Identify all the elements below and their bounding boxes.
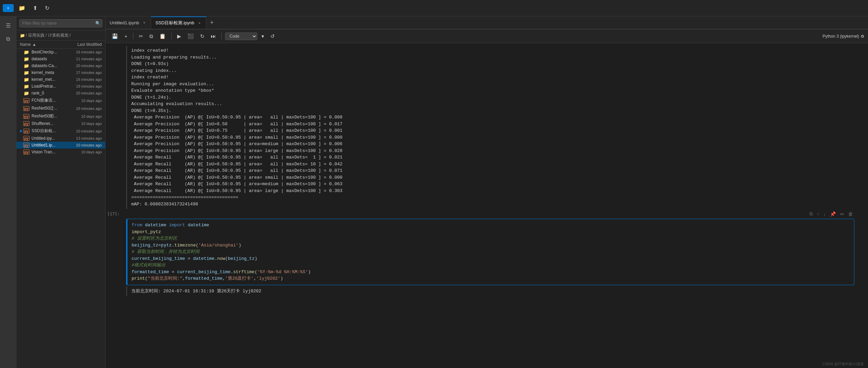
file-name: Shufflenet... <box>32 121 64 126</box>
save-button[interactable]: 💾 <box>110 32 120 40</box>
file-date: 10 minutes ago <box>64 129 102 133</box>
add-cell-button[interactable]: + <box>122 32 130 40</box>
cut-button[interactable]: ✂ <box>137 32 145 40</box>
list-item[interactable]: pyFCN图像语...10 days ago <box>16 97 105 104</box>
restart-run-button[interactable]: ⏭ <box>209 32 218 40</box>
cell-move-up-button[interactable]: ↑ <box>816 210 821 217</box>
list-item[interactable]: pyResNet50图...10 days ago <box>16 112 105 120</box>
file-date: 16 minutes ago <box>64 77 102 81</box>
kernel-status-dot <box>861 35 864 38</box>
restart-button[interactable]: ↻ <box>198 32 207 40</box>
folder-icon: 📁 <box>23 56 29 61</box>
notebook-icon: py <box>23 136 29 141</box>
list-item[interactable]: pyShufflenet...10 days ago <box>16 120 105 127</box>
list-item[interactable]: 📁BestCheckp...16 minutes ago <box>16 49 105 55</box>
cell-area[interactable]: index created!Loading and preparing resu… <box>106 43 868 368</box>
tab-label: Untitled1.ipynb <box>110 20 139 25</box>
kernel-name: Python 3 (ipykernel) <box>822 34 859 39</box>
sort-icon: ▲ <box>32 42 36 47</box>
list-item[interactable]: pyUntitled1.ip...10 minutes ago <box>16 142 105 149</box>
cell-17-code[interactable]: from datetime import datetime import_pyt… <box>132 222 850 282</box>
cell-move-down-button[interactable]: ↓ <box>822 210 827 217</box>
file-date: 10 days ago <box>64 99 102 103</box>
files-icon[interactable]: ☰ <box>2 19 14 31</box>
output-area: index created!Loading and preparing resu… <box>126 46 854 209</box>
output-line: index created! <box>131 74 850 81</box>
output-line: Average Precision (AP) @[ IoU=0.50:0.95 … <box>131 114 850 121</box>
new-button[interactable]: + <box>3 4 14 12</box>
cell-pin-button[interactable]: 📌 <box>829 210 837 217</box>
file-date: 10 days ago <box>64 150 102 154</box>
file-name: datasets <box>32 56 64 61</box>
output-line: Average Recall (AR) @[ IoU=0.50:0.95 | a… <box>131 188 850 194</box>
copy-button[interactable]: ⧉ <box>147 32 155 40</box>
tab-close-button[interactable]: × <box>197 20 202 26</box>
toolbar-separator-2 <box>171 33 172 40</box>
cell-type-chevron[interactable]: ▾ <box>259 32 266 40</box>
cell-mirror-button[interactable]: ⇔ <box>839 210 845 217</box>
list-item[interactable]: pyVision Tran...10 days ago <box>16 149 105 155</box>
file-name: ResNet50图... <box>32 113 64 119</box>
list-item[interactable]: 📁rank_020 minutes ago <box>16 90 105 97</box>
folder-icon: 📁 <box>23 63 29 68</box>
list-item[interactable]: pySSD目标检...10 minutes ago <box>16 127 105 135</box>
file-list-header: Name ▲ Last Modified <box>16 41 105 49</box>
file-name: FCN图像语... <box>32 98 64 103</box>
cell-type-select[interactable]: Code Markdown Raw <box>225 33 257 40</box>
file-date: 10 days ago <box>64 114 102 118</box>
notebook-icon: py <box>23 129 29 134</box>
output-line: Average Precision (AP) @[ IoU=0.75 | are… <box>131 127 850 134</box>
file-name: rank_0 <box>32 91 64 96</box>
list-item[interactable]: 📁datasets-Ca...20 minutes ago <box>16 62 105 69</box>
folder-icon: 📁 <box>23 70 29 75</box>
notebook-icon: py <box>23 150 29 154</box>
add-tab-button[interactable]: + <box>206 16 217 29</box>
tab-tab1[interactable]: Untitled1.ipynb× <box>106 16 151 29</box>
folder-icon: 📁 <box>23 84 29 89</box>
date-column-header[interactable]: Last Modified <box>61 42 102 47</box>
file-name: ResNet50迁... <box>32 105 64 111</box>
tab-label: SSD目标检测.ipynb <box>155 20 194 26</box>
name-column-header[interactable]: Name ▲ <box>20 42 59 47</box>
folder-icon: 📁 <box>23 91 29 96</box>
cell-17-content[interactable]: from datetime import datetime import_pyt… <box>126 219 854 285</box>
output-line: Accumulating evaluation results... <box>131 101 850 107</box>
cell-17-number: [17]: <box>107 212 120 216</box>
list-item[interactable]: 📁kernel_meta17 minutes ago <box>16 69 105 76</box>
list-item[interactable]: 📁kernel_met...16 minutes ago <box>16 76 105 83</box>
file-list: 📁BestCheckp...16 minutes ago📁datasets11 … <box>16 49 105 368</box>
output-line: DONE (t=0.93s) <box>131 61 850 67</box>
stop-button[interactable]: ⬛ <box>185 32 196 40</box>
cell-copy-button[interactable]: ⧉ <box>808 210 814 217</box>
tab-tab2[interactable]: SSD目标检测.ipynb× <box>151 16 206 29</box>
output-line: Average Recall (AR) @[ IoU=0.50:0.95 | a… <box>131 174 850 181</box>
search-icon: 🔍 <box>95 21 100 26</box>
list-item[interactable]: 📁datasets11 minutes ago <box>16 55 105 62</box>
refresh-kernel-button[interactable]: ↺ <box>268 32 277 40</box>
extensions-icon[interactable]: ⧉ <box>2 33 14 45</box>
tab-close-button[interactable]: × <box>142 20 147 25</box>
file-date: 20 minutes ago <box>64 91 102 95</box>
list-item[interactable]: pyUntitled.ipy...13 minutes ago <box>16 135 105 142</box>
open-folder-button[interactable]: 📁 <box>16 3 28 13</box>
refresh-button[interactable]: ↻ <box>42 3 52 13</box>
file-date: 19 minutes ago <box>64 84 102 88</box>
output-line: Average Precision (AP) @[ IoU=0.50:0.95 … <box>131 141 850 148</box>
notebook-icon: py <box>23 98 29 103</box>
file-date: 16 minutes ago <box>64 50 102 54</box>
name-label: Name <box>20 42 31 47</box>
run-button[interactable]: ▶ <box>175 32 183 40</box>
file-name: datasets-Ca... <box>32 63 64 68</box>
cell-17: [17]: ⧉ ↑ ↓ 📌 ⇔ 🗑 from datetime import d… <box>126 210 854 285</box>
output-line: Loading and preparing results... <box>131 54 850 61</box>
file-name: LoadPretrai... <box>32 84 64 89</box>
cell-17-toolbar: ⧉ ↑ ↓ 📌 ⇔ 🗑 <box>126 210 854 217</box>
paste-button[interactable]: 📋 <box>157 32 168 40</box>
list-item[interactable]: pyResNet50迁...19 minutes ago <box>16 104 105 112</box>
output-line: creating index... <box>131 67 850 74</box>
cell-delete-button[interactable]: 🗑 <box>847 210 854 217</box>
upload-button[interactable]: ⬆ <box>30 3 40 13</box>
search-input[interactable] <box>19 19 102 27</box>
icon-bar: ☰ ⧉ <box>0 16 16 368</box>
list-item[interactable]: 📁LoadPretrai...19 minutes ago <box>16 83 105 90</box>
